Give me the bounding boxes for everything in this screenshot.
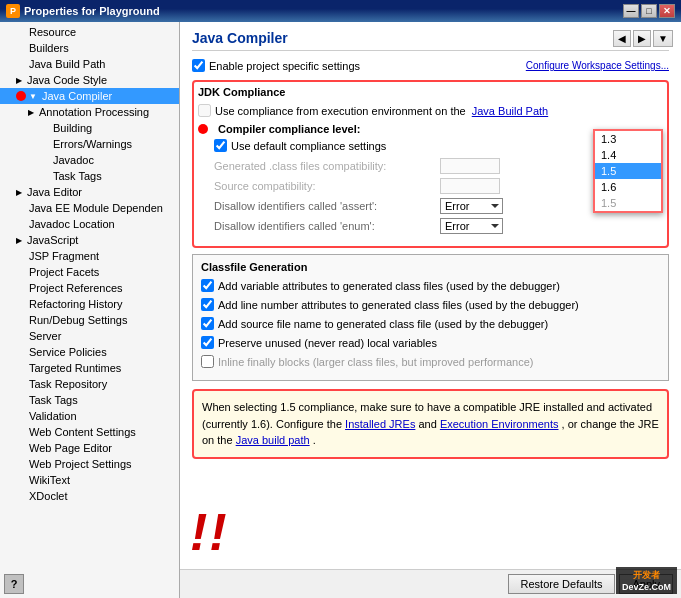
sidebar-item-javadoc-location[interactable]: Javadoc Location	[0, 216, 179, 232]
warning-box: When selecting 1.5 compliance, make sure…	[192, 389, 669, 459]
generated-class-input[interactable]	[440, 158, 500, 174]
expand-arrow: ▶	[16, 188, 22, 197]
sidebar-item-label: Java Build Path	[29, 58, 105, 70]
sidebar-item-javascript[interactable]: ▶JavaScript	[0, 232, 179, 248]
title-bar-icon: P	[6, 4, 20, 18]
sidebar-item-building[interactable]: Building	[0, 120, 179, 136]
sidebar-item-run-debug-settings[interactable]: Run/Debug Settings	[0, 312, 179, 328]
sidebar-item-task-tags[interactable]: Task Tags	[0, 168, 179, 184]
sidebar-item-label: Errors/Warnings	[53, 138, 132, 150]
classfile-option5-checkbox[interactable]	[201, 355, 214, 368]
sidebar-item-label: JavaScript	[27, 234, 78, 246]
sidebar-item-service-policies[interactable]: Service Policies	[0, 344, 179, 360]
disallow-assert-select[interactable]: Error Warning Ignore	[440, 198, 503, 214]
bottom-bar: Restore Defaults Apply	[180, 569, 681, 598]
sidebar-item-refactoring-history[interactable]: Refactoring History	[0, 296, 179, 312]
disallow-enum-select[interactable]: Error Warning Ignore	[440, 218, 503, 234]
sidebar-item-label: Service Policies	[29, 346, 107, 358]
content-area: ◀ ▶ ▼ Java Compiler Enable project speci…	[180, 22, 681, 598]
expand-arrow: ▶	[16, 236, 22, 245]
minimize-button[interactable]: —	[623, 4, 639, 18]
sidebar-item-label: Web Content Settings	[29, 426, 136, 438]
sidebar-item-label: Annotation Processing	[39, 106, 149, 118]
option-1-5b[interactable]: 1.5	[595, 195, 661, 211]
sidebar-item-jsp-fragment[interactable]: JSP Fragment	[0, 248, 179, 264]
sidebar-item-web-page-editor[interactable]: Web Page Editor	[0, 440, 179, 456]
sidebar-item-web-content-settings[interactable]: Web Content Settings	[0, 424, 179, 440]
option-1-4[interactable]: 1.4	[595, 147, 661, 163]
dropdown-button[interactable]: ▼	[653, 30, 673, 47]
forward-button[interactable]: ▶	[633, 30, 651, 47]
close-button[interactable]: ✕	[659, 4, 675, 18]
java-build-path-link[interactable]: Java Build Path	[472, 105, 548, 117]
option-1-5[interactable]: 1.5	[595, 163, 661, 179]
restore-defaults-button[interactable]: Restore Defaults	[508, 574, 616, 594]
sidebar-item-label: Builders	[29, 42, 69, 54]
title-bar: P Properties for Playground — □ ✕	[0, 0, 681, 22]
sidebar-item-wikitext[interactable]: WikiText	[0, 472, 179, 488]
sidebar-item-label: Resource	[29, 26, 76, 38]
title-bar-title: Properties for Playground	[24, 5, 160, 17]
sidebar-item-label: WikiText	[29, 474, 70, 486]
sidebar-item-label: Java Code Style	[27, 74, 107, 86]
use-compliance-checkbox[interactable]	[198, 104, 211, 117]
classfile-option4-checkbox[interactable]	[201, 336, 214, 349]
java-build-path-link2[interactable]: Java build path	[236, 434, 310, 446]
use-compliance-label: Use compliance from execution environmen…	[215, 105, 548, 117]
sidebar-item-resource[interactable]: Resource	[0, 24, 179, 40]
configure-workspace-link[interactable]: Configure Workspace Settings...	[526, 60, 669, 71]
sidebar-item-label: JSP Fragment	[29, 250, 99, 262]
sidebar-item-server[interactable]: Server	[0, 328, 179, 344]
sidebar-item-label: Javadoc	[53, 154, 94, 166]
maximize-button[interactable]: □	[641, 4, 657, 18]
source-compat-input[interactable]	[440, 178, 500, 194]
sidebar-item-label: XDoclet	[29, 490, 68, 502]
back-button[interactable]: ◀	[613, 30, 631, 47]
execution-environments-link[interactable]: Execution Environments	[440, 418, 559, 430]
classfile-option2-label: Add line number attributes to generated …	[218, 299, 579, 311]
sidebar-item-builders[interactable]: Builders	[0, 40, 179, 56]
sidebar-item-label: Java Compiler	[42, 90, 112, 102]
sidebar-item-xdoclet[interactable]: XDoclet	[0, 488, 179, 504]
classfile-section: Classfile Generation Add variable attrib…	[192, 254, 669, 381]
sidebar-item-web-project-settings[interactable]: Web Project Settings	[0, 456, 179, 472]
option-1-3[interactable]: 1.3	[595, 131, 661, 147]
classfile-option4-label: Preserve unused (never read) local varia…	[218, 337, 437, 349]
sidebar-item-errors-warnings[interactable]: Errors/Warnings	[0, 136, 179, 152]
classfile-option1-checkbox[interactable]	[201, 279, 214, 292]
disallow-enum-label: Disallow identifiers called 'enum':	[214, 220, 434, 232]
sidebar-item-targeted-runtimes[interactable]: Targeted Runtimes	[0, 360, 179, 376]
sidebar-item-project-references[interactable]: Project References	[0, 280, 179, 296]
sidebar-item-task-tags2[interactable]: Task Tags	[0, 392, 179, 408]
sidebar-item-label: Web Page Editor	[29, 442, 112, 454]
sidebar-item-annotation-processing[interactable]: ▶Annotation Processing	[0, 104, 179, 120]
exclamation-1: !	[190, 506, 207, 558]
sidebar-item-validation[interactable]: Validation	[0, 408, 179, 424]
sidebar-item-java-compiler[interactable]: ▼Java Compiler	[0, 88, 179, 104]
red-dot-indicator	[16, 91, 26, 101]
sidebar-item-label: Refactoring History	[29, 298, 123, 310]
use-default-compliance-checkbox[interactable]	[214, 139, 227, 152]
sidebar-item-java-code-style[interactable]: ▶Java Code Style	[0, 72, 179, 88]
warning-and: and	[418, 418, 436, 430]
sidebar-item-java-build-path[interactable]: Java Build Path	[0, 56, 179, 72]
classfile-option2-checkbox[interactable]	[201, 298, 214, 311]
watermark: 开发者 DevZe.CoM	[616, 567, 677, 594]
installed-jres-link[interactable]: Installed JREs	[345, 418, 415, 430]
enable-specific-settings-checkbox[interactable]	[192, 59, 205, 72]
sidebar-item-java-ee[interactable]: Java EE Module Dependen	[0, 200, 179, 216]
jdk-section-title: JDK Compliance	[198, 86, 663, 98]
classfile-option3-checkbox[interactable]	[201, 317, 214, 330]
sidebar-item-task-repository[interactable]: Task Repository	[0, 376, 179, 392]
sidebar-item-label: Building	[53, 122, 92, 134]
enable-specific-settings-label: Enable project specific settings	[209, 60, 360, 72]
option-1-6[interactable]: 1.6	[595, 179, 661, 195]
help-button[interactable]: ?	[4, 574, 24, 594]
exclamation-marks: ! !	[190, 506, 227, 558]
exclamation-2: !	[209, 506, 226, 558]
sidebar-item-label: Server	[29, 330, 61, 342]
sidebar-item-java-editor[interactable]: ▶Java Editor	[0, 184, 179, 200]
sidebar-item-project-facets[interactable]: Project Facets	[0, 264, 179, 280]
sidebar-item-label: Task Tags	[53, 170, 102, 182]
sidebar-item-javadoc[interactable]: Javadoc	[0, 152, 179, 168]
